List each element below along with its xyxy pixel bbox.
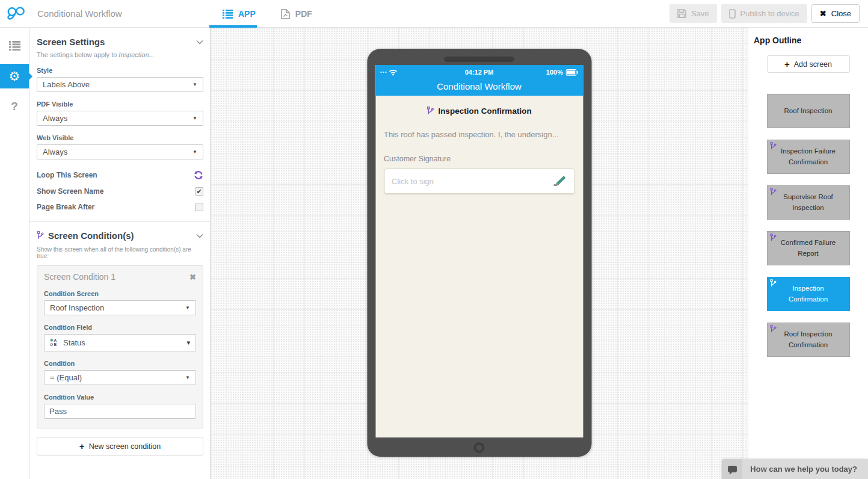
add-screen-button[interactable]: + Add screen (767, 55, 850, 73)
pdf-file-icon (281, 9, 290, 19)
design-canvas: 04:12 PM 100% Conditional Workflow (211, 28, 748, 479)
close-button[interactable]: ✖ Close (811, 4, 860, 23)
branch-icon (37, 231, 44, 240)
chevron-down-icon[interactable] (196, 233, 203, 238)
pdf-visible-select[interactable]: Always ▼ (37, 111, 203, 126)
condition-field-value: Status (63, 338, 181, 347)
screen-card-label: Roof Inspection Confirmation (775, 329, 842, 350)
svg-text:A: A (54, 338, 57, 342)
top-header: Conditional Workflow APP PDF (0, 0, 868, 28)
sidebar-item-screens-list[interactable] (0, 34, 29, 58)
loop-screen-label: Loop This Screen (37, 171, 97, 179)
phone-mockup: 04:12 PM 100% Conditional Workflow (367, 49, 591, 457)
add-screen-label: Add screen (794, 60, 832, 69)
screen-card-label: Confirmed Failure Report (775, 238, 842, 259)
page-break-label: Page Break After (37, 203, 94, 211)
sidebar-item-help[interactable]: ? (0, 94, 29, 119)
screen-condition-card: Screen Condition 1 ✖ Condition Screen Ro… (37, 265, 203, 428)
publish-to-device-button[interactable]: Publish to device (721, 4, 807, 23)
signature-placeholder: Click to sign (392, 177, 434, 186)
condition-operator-select[interactable]: = (Equal) ▼ (44, 370, 196, 385)
plus-icon: + (79, 441, 85, 451)
conditions-description: Show this screen when all of the followi… (37, 246, 203, 259)
show-screen-name-checkbox[interactable]: ✔ (195, 187, 203, 196)
device-icon (729, 9, 736, 19)
page-break-checkbox[interactable] (195, 203, 203, 211)
app-outline-title: App Outline (754, 36, 868, 45)
caret-down-icon: ▾ (186, 339, 190, 347)
loop-refresh-icon[interactable] (194, 170, 203, 180)
screen-conditions-title: Screen Condition(s) (37, 230, 134, 241)
caret-down-icon: ▼ (185, 375, 190, 380)
web-visible-select[interactable]: Always ▼ (37, 144, 203, 159)
battery-icon (565, 69, 578, 76)
condition-card-title: Screen Condition 1 (44, 272, 115, 282)
phone-screen-title: Inspection Confirmation (384, 107, 574, 116)
help-chat-widget[interactable]: How can we help you today? (722, 459, 868, 479)
settings-subtitle: The settings below apply to Inspection..… (37, 51, 203, 58)
caret-down-icon: ▼ (185, 305, 190, 311)
signature-pen-icon (552, 176, 567, 187)
signature-label: Customer Signature (384, 155, 574, 163)
web-visible-label: Web Visible (37, 134, 203, 141)
show-screen-name-label: Show Screen Name (37, 187, 103, 196)
save-icon (677, 9, 686, 18)
header-actions: Save Publish to device ✖ Close (669, 4, 868, 23)
list-icon (9, 41, 20, 51)
gocanvas-logo[interactable] (0, 5, 29, 22)
battery-percent: 100% (546, 69, 563, 76)
condition-screen-select[interactable]: Roof Inspection ▼ (44, 300, 196, 315)
plus-icon: + (784, 59, 790, 69)
style-select-value: Labels Above (43, 80, 90, 89)
sidebar-item-settings[interactable]: ⚙ (0, 64, 29, 88)
phone-status-bar: 04:12 PM 100% (375, 65, 583, 79)
branch-icon (770, 233, 777, 242)
app-title: Conditional Workflow (37, 8, 122, 19)
screen-card[interactable]: Roof Inspection Confirmation (767, 323, 850, 357)
save-button[interactable]: Save (669, 4, 717, 23)
web-visible-select-value: Always (43, 147, 67, 156)
screen-card-label: Inspection Failure Confirmation (775, 146, 842, 167)
screen-card-label: Inspection Confirmation (775, 283, 842, 304)
new-screen-condition-button[interactable]: + New screen condition (37, 437, 203, 456)
close-label: Close (831, 9, 851, 18)
publish-label: Publish to device (740, 9, 799, 18)
svg-text:B: B (54, 342, 57, 347)
phone-screen: 04:12 PM 100% Conditional Workflow (375, 65, 583, 437)
screen-card-label: Supervisor Roof Inspection (775, 192, 842, 213)
tab-app[interactable]: APP (223, 0, 256, 28)
branch-icon (770, 142, 777, 150)
branch-icon (770, 325, 777, 333)
chevron-down-icon[interactable] (196, 40, 203, 45)
caret-down-icon: ▼ (192, 149, 197, 155)
condition-field-select[interactable]: A B Status ▾ (44, 334, 196, 351)
screen-card[interactable]: Roof Inspection (767, 94, 850, 128)
tab-pdf[interactable]: PDF (281, 0, 312, 28)
list-icon (223, 10, 233, 19)
screen-list: Roof Inspection Inspection Failure Confi… (748, 94, 868, 357)
screen-card[interactable]: Confirmed Failure Report (767, 231, 850, 265)
screen-card[interactable]: Supervisor Roof Inspection (767, 185, 850, 220)
pdf-visible-select-value: Always (43, 114, 67, 123)
question-icon: ? (11, 100, 18, 113)
remove-condition-icon[interactable]: ✖ (189, 273, 196, 282)
new-condition-label: New screen condition (89, 442, 161, 451)
style-select[interactable]: Labels Above ▼ (37, 77, 203, 92)
home-button[interactable] (474, 442, 485, 453)
screen-card[interactable]: Inspection Failure Confirmation (767, 140, 850, 174)
screen-settings-title: Screen Settings (37, 37, 105, 47)
branch-icon (770, 279, 777, 288)
branch-icon (770, 188, 777, 196)
chat-bubble-icon (722, 459, 742, 479)
close-x-icon: ✖ (820, 9, 826, 18)
signature-field[interactable]: Click to sign (384, 168, 574, 194)
condition-operator-value: = (Equal) (50, 373, 82, 382)
condition-screen-value: Roof Inspection (50, 303, 104, 312)
gear-icon: ⚙ (9, 70, 20, 82)
save-label: Save (691, 9, 709, 18)
condition-value-input[interactable] (44, 404, 196, 419)
screen-card[interactable]: Inspection Confirmation (767, 277, 850, 311)
section-divider (29, 221, 210, 222)
phone-nav-title: Conditional Workflow (375, 79, 583, 96)
condition-field-label: Condition Field (44, 324, 196, 331)
